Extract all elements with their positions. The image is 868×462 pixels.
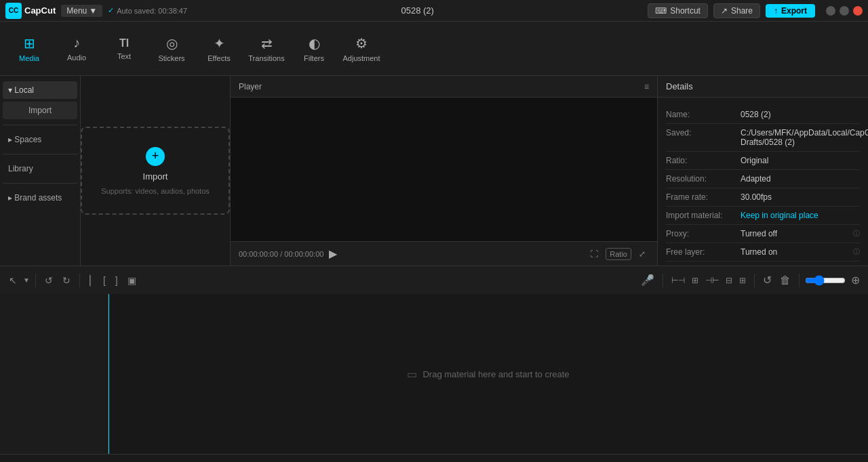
player-panel: Player ≡ 00:00:00:00 / 00:00:00:00 ▶ ⛶ R… xyxy=(231,76,658,266)
detail-name: Name: 0528 (2) xyxy=(666,106,860,124)
stickers-label: Stickers xyxy=(158,54,184,62)
delete-button[interactable]: 🗑 xyxy=(777,273,793,288)
maximize-button[interactable] xyxy=(840,6,849,16)
snap-button-1[interactable]: ⊢⊣ xyxy=(669,274,688,287)
saved-value: C:/Users/MFK/AppData/Local/CapCut Drafts… xyxy=(741,128,868,147)
shortcut-button[interactable]: ⌨ Shortcut xyxy=(648,3,708,18)
sidebar-item-import[interactable]: Import xyxy=(3,102,77,119)
app-name: CapCut xyxy=(24,5,56,16)
tool-audio[interactable]: ♪ Audio xyxy=(53,25,100,72)
app-container: CC CapCut Menu ▼ ✓ Auto saved: 00:38:47 … xyxy=(0,0,868,462)
transitions-label: Transitions xyxy=(248,54,284,62)
tool-effects[interactable]: ✦ Effects xyxy=(195,25,243,72)
player-header: Player ≡ xyxy=(231,76,657,98)
trim-left-button[interactable]: [ xyxy=(100,273,109,288)
player-title: Player xyxy=(239,82,262,91)
sidebar-item-local[interactable]: ▾ Local xyxy=(3,81,77,99)
freelayer-value: Turned on xyxy=(741,247,850,257)
audio-label: Audio xyxy=(67,54,86,62)
select-arrow-icon: ▼ xyxy=(23,276,30,284)
detail-proxy: Proxy: Turned off ⓘ xyxy=(666,225,860,243)
sidebar-item-library[interactable]: Library xyxy=(3,160,77,177)
share-button[interactable]: ↗ Share xyxy=(713,3,760,18)
snap-button-3[interactable]: ⊣⊢ xyxy=(703,274,722,287)
tool-transitions[interactable]: ⇄ Transitions xyxy=(243,25,290,72)
snap-tools: ⊢⊣ ⊞ ⊣⊢ ⊟ ⊞ xyxy=(669,274,749,287)
titlebar-right: ⌨ Shortcut ↗ Share ↑ Export xyxy=(648,3,863,18)
export-icon: ↑ xyxy=(774,6,778,16)
detail-import: Import material: Keep in original place xyxy=(666,207,860,225)
sidebar-item-spaces[interactable]: ▸ Spaces xyxy=(3,131,77,148)
toolbar-divider-1 xyxy=(35,274,36,287)
timecode-display: 00:00:00:00 / 00:00:00:00 xyxy=(239,250,323,258)
details-body: Name: 0528 (2) Saved: C:/Users/MFK/AppDa… xyxy=(658,98,868,266)
import-material-value: Keep in original place xyxy=(741,211,860,220)
resolution-label: Resolution: xyxy=(666,174,741,184)
details-panel: Details Name: 0528 (2) Saved: C:/Users/M… xyxy=(658,76,868,266)
detail-ratio: Ratio: Original xyxy=(666,152,860,170)
titlebar: CC CapCut Menu ▼ ✓ Auto saved: 00:38:47 … xyxy=(0,0,868,22)
main-toolbar: ⊞ Media ♪ Audio TI Text ◎ Stickers ✦ Eff… xyxy=(0,22,868,76)
proxy-info-icon: ⓘ xyxy=(853,229,860,238)
bottom-section: ↖ ▼ ↺ ↻ ⎜ [ ] ▣ 🎤 ⊢⊣ ⊞ ⊣⊢ ⊟ ⊞ ↺ xyxy=(0,266,868,462)
filters-icon: ◐ xyxy=(309,35,320,51)
sidebar-divider xyxy=(3,125,77,125)
minimize-button[interactable] xyxy=(826,6,835,16)
import-box[interactable]: + Import Supports: videos, audios, photo… xyxy=(81,127,230,215)
split-button[interactable]: ⎜ xyxy=(85,273,97,288)
import-plus-icon: + xyxy=(146,147,165,166)
tool-adjustment[interactable]: ⚙ Adjustment xyxy=(338,25,385,72)
close-button[interactable] xyxy=(853,6,863,16)
media-label: Media xyxy=(19,54,39,62)
export-button[interactable]: ↑ Export xyxy=(766,4,815,18)
detail-resolution: Resolution: Adapted xyxy=(666,170,860,188)
zoom-reset-button[interactable]: ⊕ xyxy=(848,272,863,288)
undo-alt-button[interactable]: ↺ xyxy=(760,272,774,288)
fullscreen-icon-btn[interactable]: ⛶ xyxy=(587,248,601,260)
adjustment-label: Adjustment xyxy=(342,54,380,62)
tool-filters[interactable]: ◐ Filters xyxy=(290,25,338,72)
player-controls: 00:00:00:00 / 00:00:00:00 ▶ ⛶ Ratio ⤢ xyxy=(231,241,657,266)
name-value: 0528 (2) xyxy=(741,110,860,119)
grid-button[interactable]: ⊞ xyxy=(736,274,749,287)
toolbar-divider-3 xyxy=(663,274,663,287)
align-button[interactable]: ⊟ xyxy=(723,274,735,287)
redo-button[interactable]: ↻ xyxy=(59,273,74,288)
logo-icon: CC xyxy=(5,3,22,19)
timeline-scrollbar[interactable] xyxy=(0,454,868,462)
timeline-area: ▭ Drag material here and start to create xyxy=(0,294,868,462)
toolbar-divider-4 xyxy=(754,274,755,287)
tool-text[interactable]: TI Text xyxy=(100,25,148,72)
tool-stickers[interactable]: ◎ Stickers xyxy=(148,25,195,72)
track-labels xyxy=(0,294,108,454)
ratio-label: Ratio: xyxy=(666,156,741,165)
timeline-toolbar-right: 🎤 ⊢⊣ ⊞ ⊣⊢ ⊟ ⊞ ↺ 🗑 ⊕ xyxy=(638,272,863,288)
playhead xyxy=(108,294,109,454)
undo-button[interactable]: ↺ xyxy=(41,273,56,288)
zoom-slider[interactable] xyxy=(805,275,846,286)
snap-button-2[interactable]: ⊞ xyxy=(689,274,701,287)
mic-button[interactable]: 🎤 xyxy=(638,272,657,288)
timeline-toolbar: ↖ ▼ ↺ ↻ ⎜ [ ] ▣ 🎤 ⊢⊣ ⊞ ⊣⊢ ⊟ ⊞ ↺ xyxy=(0,266,868,294)
track-content[interactable]: ▭ Drag material here and start to create xyxy=(108,294,868,454)
player-ctrl-right: ⛶ Ratio ⤢ xyxy=(587,248,649,260)
detail-saved: Saved: C:/Users/MFK/AppData/Local/CapCut… xyxy=(666,124,860,152)
details-title: Details xyxy=(666,81,693,91)
menu-button[interactable]: Menu ▼ xyxy=(61,5,102,17)
player-menu-icon[interactable]: ≡ xyxy=(644,82,649,91)
tool-media[interactable]: ⊞ Media xyxy=(5,25,53,72)
text-icon: TI xyxy=(119,37,129,49)
sidebar-item-brand-assets[interactable]: ▸ Brand assets xyxy=(3,189,77,207)
detail-framerate: Frame rate: 30.00fps xyxy=(666,188,860,207)
proxy-value: Turned off xyxy=(741,229,850,238)
toolbar-divider-2 xyxy=(79,274,80,287)
ratio-button[interactable]: Ratio xyxy=(606,248,631,260)
trim-right-button[interactable]: ] xyxy=(112,273,121,288)
sidebar-divider-2 xyxy=(3,154,77,154)
play-button[interactable]: ▶ xyxy=(329,247,337,260)
adjustment-icon: ⚙ xyxy=(355,35,368,51)
select-tool-button[interactable]: ↖ xyxy=(5,273,20,288)
expand-btn[interactable]: ⤢ xyxy=(635,248,649,260)
filters-label: Filters xyxy=(304,54,324,62)
crop-button[interactable]: ▣ xyxy=(124,273,140,288)
